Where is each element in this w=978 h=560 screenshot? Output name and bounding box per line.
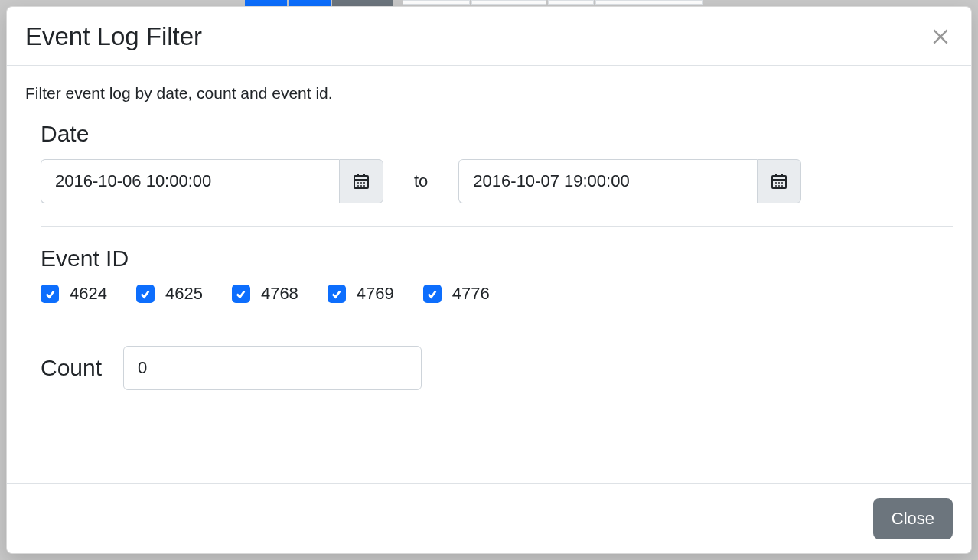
- checkbox-label: 4776: [452, 284, 490, 304]
- svg-point-21: [781, 185, 783, 187]
- modal-header: Event Log Filter: [7, 7, 971, 66]
- calendar-icon: [352, 172, 370, 190]
- divider: [41, 226, 953, 227]
- checkbox-label: 4624: [70, 284, 107, 304]
- svg-point-10: [360, 185, 362, 187]
- count-title: Count: [41, 355, 102, 381]
- check-icon: [426, 288, 438, 300]
- checkbox-4769[interactable]: [328, 285, 346, 303]
- count-input[interactable]: [123, 346, 422, 390]
- event-log-filter-modal: Event Log Filter Filter event log by dat…: [6, 6, 972, 554]
- svg-point-16: [775, 182, 777, 184]
- close-footer-button[interactable]: Close: [873, 498, 953, 539]
- date-to-group: [458, 159, 801, 203]
- check-icon: [331, 288, 342, 300]
- modal-body: Filter event log by date, count and even…: [7, 66, 971, 483]
- svg-point-11: [363, 185, 365, 187]
- svg-point-7: [360, 182, 362, 184]
- svg-point-20: [778, 185, 780, 187]
- event-id-title: Event ID: [41, 246, 953, 272]
- svg-point-18: [781, 182, 783, 184]
- checkbox-4768[interactable]: [232, 285, 250, 303]
- checkbox-item-4625: 4625: [136, 284, 203, 304]
- check-icon: [139, 288, 151, 300]
- checkbox-4624[interactable]: [41, 285, 59, 303]
- background-buttons: [245, 0, 703, 6]
- checkbox-label: 4625: [165, 284, 203, 304]
- date-to-label: to: [383, 171, 458, 191]
- divider: [41, 327, 953, 327]
- date-to-picker-button[interactable]: [757, 159, 801, 203]
- count-row: Count: [41, 346, 953, 390]
- date-to-input[interactable]: [458, 159, 757, 203]
- svg-point-19: [775, 185, 777, 187]
- date-from-group: [41, 159, 383, 203]
- checkbox-item-4769: 4769: [328, 284, 394, 304]
- date-section: Date: [25, 121, 953, 390]
- calendar-icon: [770, 172, 788, 190]
- close-button[interactable]: [928, 24, 953, 49]
- check-icon: [44, 288, 56, 300]
- svg-point-8: [363, 182, 365, 184]
- close-icon: [931, 27, 950, 47]
- modal-title: Event Log Filter: [25, 22, 202, 51]
- date-row: to: [41, 159, 953, 203]
- modal-footer: Close: [7, 483, 971, 553]
- checkbox-item-4768: 4768: [232, 284, 298, 304]
- checkbox-label: 4769: [357, 284, 394, 304]
- date-from-input[interactable]: [41, 159, 339, 203]
- date-title: Date: [41, 121, 953, 147]
- svg-point-9: [357, 185, 359, 187]
- checkbox-4776[interactable]: [423, 285, 442, 303]
- checkbox-item-4624: 4624: [41, 284, 107, 304]
- checkbox-4625[interactable]: [136, 285, 155, 303]
- date-from-picker-button[interactable]: [339, 159, 383, 203]
- svg-point-17: [778, 182, 780, 184]
- svg-point-6: [357, 182, 359, 184]
- event-id-checkbox-row: 4624 4625 4768: [41, 284, 953, 304]
- modal-description: Filter event log by date, count and even…: [25, 84, 953, 103]
- checkbox-label: 4768: [261, 284, 298, 304]
- checkbox-item-4776: 4776: [423, 284, 490, 304]
- check-icon: [235, 288, 246, 300]
